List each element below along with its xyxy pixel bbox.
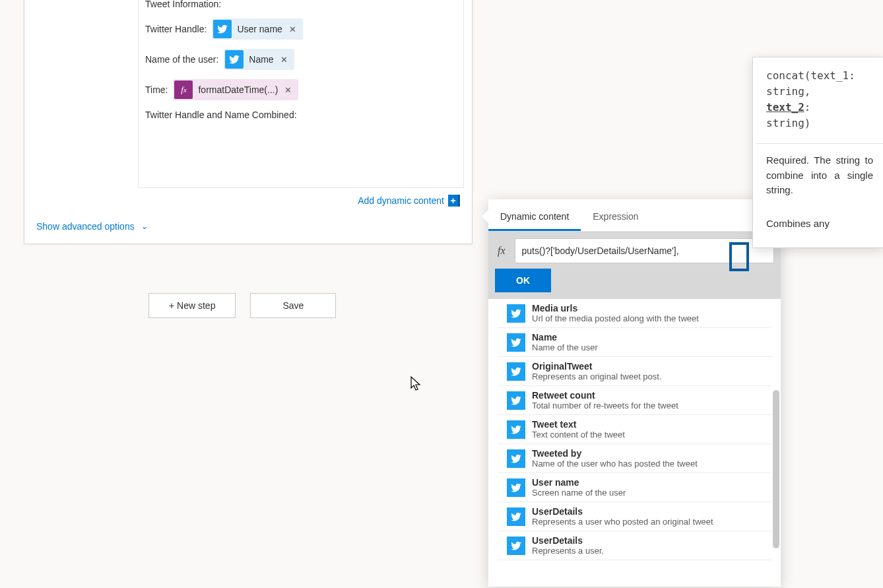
field-name-of-user: Name of the user: Name ✕ <box>145 49 457 70</box>
field-twitter-handle: Twitter Handle: User name ✕ <box>145 18 457 40</box>
item-desc: Total number of re-tweets for the tweet <box>532 401 762 410</box>
list-item[interactable]: User nameScreen name of the user <box>498 473 771 502</box>
list-item[interactable]: Tweeted byName of the user who has poste… <box>498 444 771 473</box>
list-item[interactable]: UserDetailsRepresents a user who posted … <box>498 502 771 531</box>
plus-icon[interactable]: + <box>448 195 460 207</box>
field-label: Name of the user: <box>145 54 218 65</box>
fx-icon: fx <box>495 245 508 257</box>
sig-current-param: text_2 <box>766 101 804 114</box>
item-desc: Represents a user who posted an original… <box>532 517 762 527</box>
item-desc: Text content of the tweet <box>532 430 762 440</box>
cursor-icon <box>410 376 422 395</box>
item-name: UserDetails <box>532 506 762 517</box>
twitter-icon <box>507 478 525 497</box>
item-desc: Represents an original tweet post. <box>532 372 762 381</box>
field-label: Time: <box>145 84 168 95</box>
twitter-icon <box>507 420 525 439</box>
token-name[interactable]: Name ✕ <box>224 49 294 70</box>
field-combined: Twitter Handle and Name Combined: <box>145 110 457 120</box>
twitter-icon <box>213 20 232 38</box>
token-label: formatDateTime(...) <box>198 84 282 95</box>
fx-icon: fx <box>174 81 193 99</box>
sig-line: string) <box>766 117 810 129</box>
action-buttons: + New step Save <box>148 293 336 318</box>
twitter-icon <box>507 449 525 468</box>
ok-row: OK <box>488 269 781 299</box>
save-button[interactable]: Save <box>250 293 336 318</box>
sig-line: : <box>804 101 811 114</box>
token-format-date-time[interactable]: fx formatDateTime(...) ✕ <box>173 79 298 100</box>
function-description: Combines any <box>766 216 873 232</box>
field-label: Twitter Handle: <box>145 24 207 34</box>
item-name: User name <box>532 477 762 488</box>
add-dynamic-row: Add dynamic content + <box>24 189 461 212</box>
new-step-button[interactable]: + New step <box>148 293 236 318</box>
item-name: OriginalTweet <box>532 361 762 372</box>
list-item[interactable]: Tweet textText content of the tweet <box>498 415 771 444</box>
item-name: Tweet text <box>532 419 762 430</box>
twitter-icon <box>225 50 244 69</box>
dc-tabs: Dynamic content Expression ˄ 2/2 ˅ <box>488 199 781 232</box>
item-desc: Name of the user who has posted the twee… <box>532 459 762 469</box>
ok-button[interactable]: OK <box>495 269 551 292</box>
show-advanced-options[interactable]: Show advanced options ⌄ <box>24 212 472 244</box>
field-label: Twitter Handle and Name Combined: <box>145 110 297 120</box>
list-item[interactable]: UserDetailsRepresents a user. <box>498 531 771 560</box>
message-editor[interactable]: Tweet Information: Twitter Handle: User … <box>138 0 464 188</box>
dynamic-content-list: Media urlsUrl of the media posted along … <box>488 299 781 587</box>
item-desc: Screen name of the user <box>532 488 762 498</box>
item-desc: Name of the user <box>532 343 762 352</box>
twitter-icon <box>507 507 525 526</box>
token-label: User name <box>237 24 286 34</box>
sig-line: concat(text_1: <box>766 69 855 82</box>
section-title: Tweet Information: <box>145 0 457 9</box>
twitter-icon <box>507 391 525 410</box>
twitter-icon <box>507 333 525 352</box>
close-icon[interactable]: ✕ <box>282 85 294 95</box>
token-label: Name <box>249 54 277 65</box>
field-time: Time: fx formatDateTime(...) ✕ <box>145 79 457 100</box>
function-signature: concat(text_1: string, text_2: string) <box>766 68 873 131</box>
item-name: Media urls <box>532 303 762 313</box>
expression-row: fx <box>488 232 781 269</box>
sig-line: string, <box>766 85 810 98</box>
item-name: Name <box>532 332 762 343</box>
list-item[interactable]: Retweet countTotal number of re-tweets f… <box>498 386 771 415</box>
card-body: Tweet Information: Twitter Handle: User … <box>24 0 472 189</box>
panel-pointer <box>482 210 488 223</box>
item-name: Retweet count <box>532 390 762 401</box>
twitter-icon <box>507 362 525 381</box>
item-name: UserDetails <box>532 535 762 546</box>
tab-expression[interactable]: Expression <box>581 203 650 231</box>
close-icon[interactable]: ✕ <box>286 24 299 34</box>
chevron-down-icon: ⌄ <box>141 222 148 231</box>
add-dynamic-content-link[interactable]: Add dynamic content <box>358 195 444 206</box>
close-icon[interactable]: ✕ <box>278 55 290 65</box>
param-description: Required. The string to combine into a s… <box>766 153 873 198</box>
advanced-label: Show advanced options <box>36 221 135 232</box>
divider <box>756 143 883 144</box>
twitter-icon <box>507 537 525 555</box>
dynamic-content-panel: Dynamic content Expression ˄ 2/2 ˅ fx OK… <box>488 199 781 587</box>
twitter-icon <box>507 304 525 323</box>
list-item[interactable]: Media urlsUrl of the media posted along … <box>498 299 771 328</box>
scrollbar[interactable] <box>773 390 779 548</box>
item-desc: Url of the media posted along with the t… <box>532 313 762 323</box>
token-user-name[interactable]: User name ✕ <box>212 18 302 40</box>
list-item[interactable]: OriginalTweetRepresents an original twee… <box>498 357 771 386</box>
expression-input[interactable] <box>515 238 774 263</box>
item-desc: Represents a user. <box>532 546 762 556</box>
function-help-tooltip: concat(text_1: string, text_2: string) R… <box>752 57 883 248</box>
action-card: Tweet Information: Twitter Handle: User … <box>24 0 473 244</box>
tab-dynamic-content[interactable]: Dynamic content <box>488 203 581 231</box>
item-name: Tweeted by <box>532 448 762 459</box>
list-item[interactable]: NameName of the user <box>498 328 771 357</box>
